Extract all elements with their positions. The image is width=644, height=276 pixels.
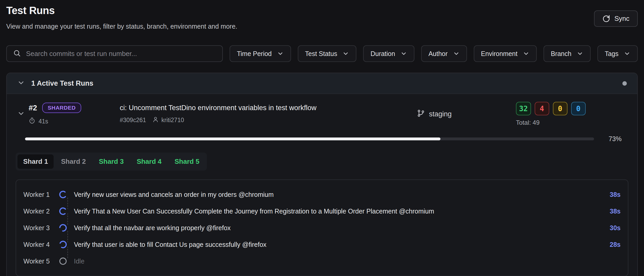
run-id-column: #2 SHARDED 41s	[29, 103, 120, 126]
tab-shard-5[interactable]: Shard 5	[169, 154, 205, 169]
commit-message: ci: Uncomment TestDino environment varia…	[120, 104, 417, 112]
passed-count-badge: 32	[516, 102, 531, 115]
branch-column: staging	[417, 109, 516, 119]
active-test-runs-card: 1 Active Test Runs #2 SHARDED	[6, 73, 638, 276]
worker-label: Worker 5	[23, 258, 58, 265]
run-progress-row: 73%	[7, 128, 637, 143]
worker-test-name: Verify that all the navbar are working p…	[74, 224, 604, 232]
chevron-down-icon	[523, 50, 529, 57]
chevron-down-icon	[400, 50, 407, 57]
stopwatch-icon	[29, 117, 35, 126]
worker-duration: 28s	[610, 241, 621, 248]
spinner-icon	[58, 239, 68, 250]
chevron-down-icon	[342, 50, 349, 57]
page-title: Test Runs	[6, 5, 237, 16]
progress-bar	[25, 137, 594, 140]
worker-row: Worker 5 Idle	[23, 253, 621, 269]
test-run-row[interactable]: #2 SHARDED 41s ci: Uncomment TestDino en…	[7, 94, 637, 128]
worker-label: Worker 3	[23, 224, 58, 232]
worker-label: Worker 2	[23, 208, 58, 215]
worker-test-name: Idle	[74, 258, 615, 265]
skipped-count-badge: 0	[571, 102, 586, 115]
filter-test-status[interactable]: Test Status	[298, 45, 357, 62]
user-icon	[152, 116, 159, 124]
worker-label: Worker 4	[23, 241, 58, 248]
spinner-icon	[58, 206, 68, 216]
page-header-text: Test Runs View and manage your test runs…	[6, 5, 237, 30]
worker-duration: 38s	[610, 191, 621, 198]
flaky-count-badge: 0	[553, 102, 567, 115]
failed-count-badge: 4	[535, 102, 549, 115]
page-header: Test Runs View and manage your test runs…	[6, 0, 638, 30]
filter-label: Environment	[481, 50, 517, 58]
filter-tags[interactable]: Tags	[597, 45, 638, 62]
refresh-icon	[602, 15, 610, 23]
chevron-down-icon	[453, 50, 460, 57]
worker-test-name: Verify That a New User Can Successfully …	[74, 208, 604, 215]
worker-test-name: Verify that user is able to fill Contact…	[74, 241, 604, 248]
spinner-icon	[58, 223, 68, 233]
sync-label: Sync	[614, 15, 629, 23]
worker-duration: 30s	[610, 224, 621, 232]
filter-label: Tags	[605, 50, 618, 58]
tab-shard-2[interactable]: Shard 2	[55, 154, 91, 169]
worker-duration: 38s	[610, 208, 621, 215]
tab-shard-1[interactable]: Shard 1	[17, 154, 54, 169]
filter-label: Duration	[370, 50, 395, 58]
chevron-down-icon	[624, 50, 630, 57]
run-elapsed-time: 41s	[39, 118, 48, 125]
worker-row: Worker 3 Verify that all the navbar are …	[23, 219, 621, 236]
filter-branch[interactable]: Branch	[544, 45, 591, 62]
git-branch-icon	[417, 109, 425, 119]
branch-name: staging	[429, 110, 452, 118]
worker-row: Worker 4 Verify that user is able to fil…	[23, 236, 621, 253]
tab-shard-3[interactable]: Shard 3	[93, 154, 129, 169]
sync-button[interactable]: Sync	[594, 10, 638, 27]
stats-column: 32 4 0 0 Total: 49	[516, 102, 586, 126]
shard-tabs: Shard 1 Shard 2 Shard 3 Shard 4 Shard 5	[16, 153, 207, 171]
filter-author[interactable]: Author	[421, 45, 467, 62]
filter-label: Author	[428, 50, 448, 58]
worker-row: Worker 1 Verify new user views and cance…	[23, 186, 621, 203]
chevron-down-icon	[17, 110, 25, 118]
test-runs-page: Test Runs View and manage your test runs…	[0, 0, 644, 276]
chevron-down-icon	[277, 50, 284, 57]
commit-author: kriti2710	[161, 117, 184, 124]
filter-time-period[interactable]: Time Period	[230, 45, 291, 62]
active-section-title: 1 Active Test Runs	[31, 79, 93, 87]
worker-row: Worker 2 Verify That a New User Can Succ…	[23, 203, 621, 219]
filter-label: Branch	[551, 50, 571, 58]
page-subtitle: View and manage your test runs, filter b…	[6, 22, 237, 30]
worker-test-name: Verify new user views and cancels an ord…	[74, 191, 604, 198]
idle-circle-icon	[58, 256, 68, 266]
total-tests-label: Total: 49	[516, 119, 586, 126]
progress-percent-label: 73%	[603, 135, 622, 143]
filter-environment[interactable]: Environment	[474, 45, 537, 62]
search-box[interactable]	[6, 45, 223, 62]
spinner-icon	[58, 189, 68, 200]
filter-label: Time Period	[237, 50, 272, 58]
commit-column: ci: Uncomment TestDino environment varia…	[120, 104, 417, 124]
active-section-header[interactable]: 1 Active Test Runs	[7, 73, 637, 94]
worker-label: Worker 1	[23, 191, 58, 198]
search-icon	[13, 49, 21, 58]
search-input[interactable]	[26, 50, 216, 58]
progress-fill	[25, 137, 440, 140]
live-indicator-dot	[622, 81, 627, 86]
filter-label: Test Status	[305, 50, 337, 58]
filter-row: Time Period Test Status Duration Author …	[6, 45, 638, 62]
commit-hash: #309c261	[120, 117, 146, 124]
filter-duration[interactable]: Duration	[363, 45, 414, 62]
run-expander[interactable]	[17, 110, 29, 118]
run-number: #2	[29, 104, 37, 112]
chevron-down-icon	[577, 50, 583, 57]
worker-panel: Worker 1 Verify new user views and cance…	[16, 179, 628, 276]
tab-shard-4[interactable]: Shard 4	[131, 154, 167, 169]
sharded-badge: SHARDED	[42, 103, 81, 113]
chevron-down-icon	[17, 79, 25, 88]
